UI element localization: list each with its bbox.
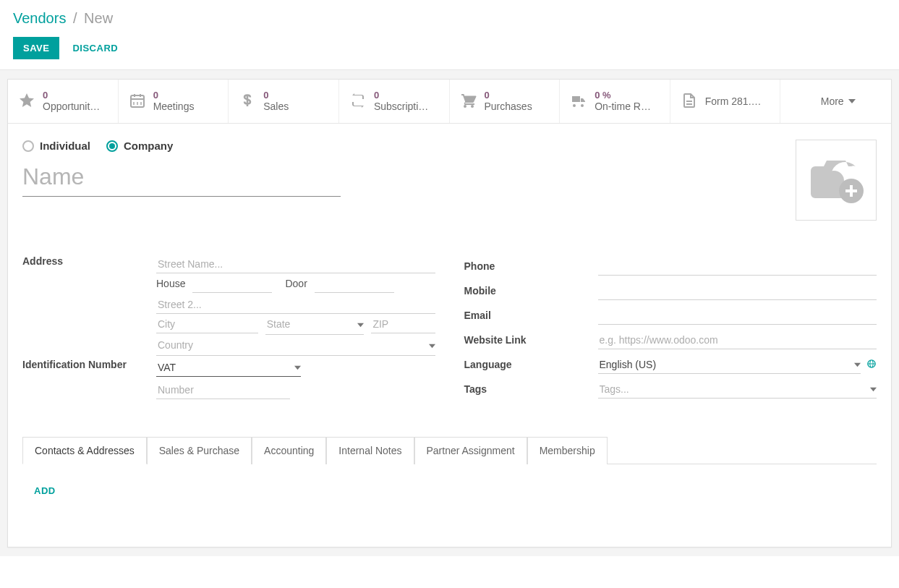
stat-ontime[interactable]: 0 % On-time R… xyxy=(560,80,670,123)
stat-subscriptions[interactable]: 0 Subscripti… xyxy=(339,80,450,123)
radio-label: Individual xyxy=(40,140,90,152)
breadcrumb-root[interactable]: Vendors xyxy=(13,10,66,26)
website-input[interactable] xyxy=(598,331,877,349)
stat-form281[interactable]: Form 281.… xyxy=(670,80,781,123)
stat-label: Sales xyxy=(263,101,289,112)
tab-content: ADD xyxy=(22,464,877,547)
form-sheet: 0 Opportunit… 0 Meetings 0 S xyxy=(7,79,892,547)
language-select[interactable] xyxy=(598,356,852,373)
id-number-input[interactable] xyxy=(156,381,290,399)
star-icon xyxy=(18,92,35,111)
tab-contacts[interactable]: Contacts & Addresses xyxy=(22,437,147,464)
chevron-down-icon xyxy=(357,319,364,331)
tab-internal-notes[interactable]: Internal Notes xyxy=(326,437,414,464)
stat-opportunities[interactable]: 0 Opportunit… xyxy=(8,80,119,123)
stat-label: Opportunit… xyxy=(43,101,100,112)
chevron-down-icon xyxy=(870,383,877,395)
stat-label: On-time R… xyxy=(595,101,651,112)
image-upload[interactable] xyxy=(796,140,877,221)
email-input[interactable] xyxy=(598,307,877,325)
label-mobile: Mobile xyxy=(464,285,598,297)
label-house: House xyxy=(156,278,185,289)
street-input[interactable] xyxy=(156,255,435,273)
label-phone: Phone xyxy=(464,260,598,272)
tab-accounting[interactable]: Accounting xyxy=(252,437,326,464)
label-tags: Tags xyxy=(464,383,598,395)
zip-input[interactable] xyxy=(371,315,435,333)
type-radio-group: Individual Company xyxy=(22,140,341,152)
more-label: More xyxy=(821,95,844,107)
country-select[interactable] xyxy=(156,336,426,354)
label-id-number: Identification Number xyxy=(22,359,156,370)
radio-label: Company xyxy=(124,140,173,152)
save-button[interactable]: SAVE xyxy=(13,37,59,59)
tags-input[interactable] xyxy=(598,380,868,398)
phone-input[interactable] xyxy=(598,257,877,276)
stat-purchases[interactable]: 0 Purchases xyxy=(450,80,561,123)
state-select[interactable] xyxy=(265,315,355,333)
tab-partner[interactable]: Partner Assignment xyxy=(414,437,527,464)
svg-rect-0 xyxy=(131,95,144,107)
label-email: Email xyxy=(464,310,598,321)
door-input[interactable] xyxy=(315,275,394,293)
calendar-icon xyxy=(129,92,146,111)
breadcrumb-sep: / xyxy=(73,10,77,26)
radio-icon xyxy=(106,140,118,152)
stat-label: Form 281.… xyxy=(705,95,762,107)
tab-sales-purchase[interactable]: Sales & Purchase xyxy=(147,437,252,464)
dollar-icon xyxy=(239,92,256,111)
stat-label: Purchases xyxy=(485,101,532,112)
tab-membership[interactable]: Membership xyxy=(527,437,608,464)
id-type-select[interactable] xyxy=(156,359,291,376)
city-input[interactable] xyxy=(156,315,258,333)
street2-input[interactable] xyxy=(156,296,435,314)
chevron-down-icon xyxy=(848,95,856,107)
radio-icon xyxy=(22,140,34,152)
action-bar: SAVE DISCARD xyxy=(0,33,899,69)
mobile-input[interactable] xyxy=(598,282,877,300)
label-door: Door xyxy=(285,278,307,289)
house-input[interactable] xyxy=(192,275,272,293)
stat-meetings[interactable]: 0 Meetings xyxy=(119,80,229,123)
stat-count: 0 xyxy=(485,90,532,101)
chevron-down-icon xyxy=(294,362,301,373)
label-website: Website Link xyxy=(464,334,598,346)
stat-sales[interactable]: 0 Sales xyxy=(229,80,339,123)
refresh-icon xyxy=(349,92,367,111)
stat-count: 0 xyxy=(153,90,195,101)
stat-label: Meetings xyxy=(153,101,195,112)
tab-bar: Contacts & Addresses Sales & Purchase Ac… xyxy=(22,436,877,464)
truck-icon xyxy=(570,92,587,111)
globe-icon[interactable] xyxy=(866,359,877,371)
radio-company[interactable]: Company xyxy=(106,140,173,152)
stat-count: 0 xyxy=(263,90,289,101)
cart-icon xyxy=(460,92,477,111)
chevron-down-icon xyxy=(429,340,435,351)
label-address: Address xyxy=(22,255,156,267)
name-input[interactable] xyxy=(22,159,341,197)
stat-more[interactable]: More xyxy=(780,80,891,123)
stat-row: 0 Opportunit… 0 Meetings 0 S xyxy=(8,80,891,124)
label-language: Language xyxy=(464,359,598,370)
stat-count: 0 xyxy=(43,90,100,101)
chevron-down-icon xyxy=(854,359,861,370)
breadcrumb: Vendors / New xyxy=(0,0,899,33)
stat-label: Subscripti… xyxy=(374,101,428,112)
discard-button[interactable]: DISCARD xyxy=(72,43,118,54)
camera-plus-icon xyxy=(806,155,866,205)
breadcrumb-current: New xyxy=(84,10,113,26)
add-button[interactable]: ADD xyxy=(34,485,56,496)
stat-count: 0 % xyxy=(595,90,651,101)
radio-individual[interactable]: Individual xyxy=(22,140,90,152)
file-icon xyxy=(681,92,698,111)
stat-count: 0 xyxy=(374,90,428,101)
